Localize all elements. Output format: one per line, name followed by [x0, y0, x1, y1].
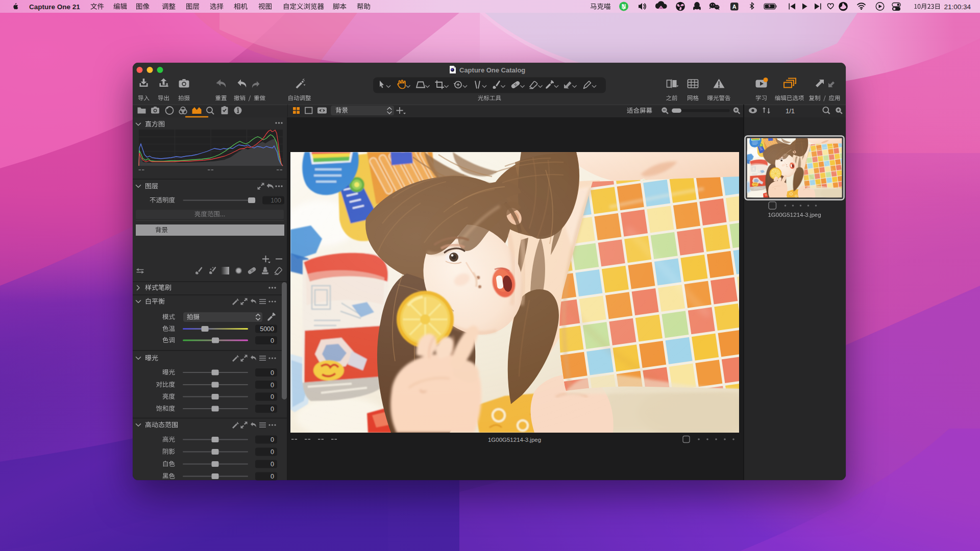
svg-text:0: 0: [271, 436, 274, 443]
svg-text:0: 0: [271, 473, 274, 480]
svg-text:0: 0: [271, 448, 274, 456]
svg-text:0: 0: [271, 406, 274, 413]
svg-text:0: 0: [271, 461, 274, 468]
svg-text:0: 0: [271, 337, 274, 344]
svg-text:1G00G51214-3.jpeg: 1G00G51214-3.jpeg: [488, 437, 541, 443]
svg-text:0: 0: [271, 382, 274, 389]
svg-text:0: 0: [271, 369, 274, 377]
svg-text:21:00:34: 21:00:34: [944, 3, 971, 11]
svg-text:A: A: [732, 4, 737, 10]
svg-text:Capture One 21: Capture One 21: [29, 3, 80, 11]
svg-text:1/1: 1/1: [786, 107, 795, 115]
svg-text:Capture One Catalog: Capture One Catalog: [459, 66, 525, 74]
svg-text:1G00G51214-3.jpeg: 1G00G51214-3.jpeg: [768, 212, 821, 218]
svg-text:5000: 5000: [260, 325, 274, 333]
svg-text:0: 0: [271, 393, 274, 400]
svg-text:100: 100: [271, 197, 281, 204]
